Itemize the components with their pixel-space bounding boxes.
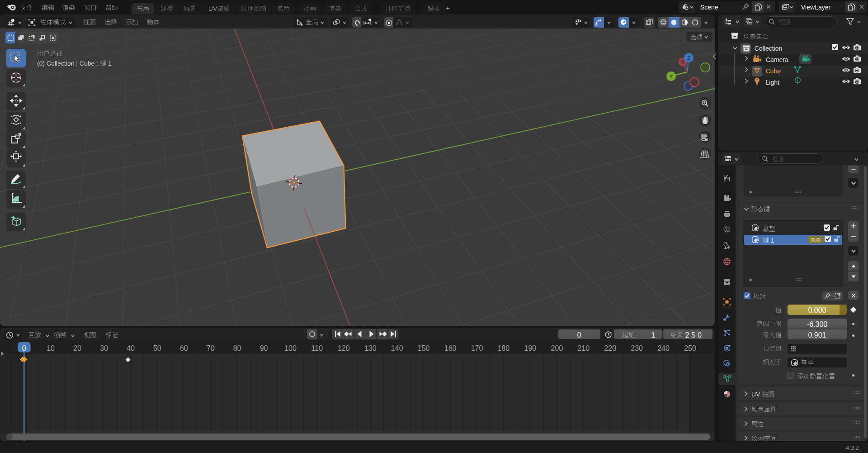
svg-text:90: 90: [260, 344, 268, 352]
svg-text:140: 140: [391, 344, 403, 352]
svg-text:120: 120: [338, 344, 350, 352]
svg-text:130: 130: [364, 344, 377, 352]
svg-text:60: 60: [180, 344, 188, 352]
svg-text:0: 0: [22, 344, 26, 352]
svg-text:240: 240: [657, 344, 670, 352]
svg-text:230: 230: [631, 344, 643, 352]
svg-text:X: X: [681, 59, 684, 65]
svg-text:40: 40: [127, 344, 135, 352]
svg-text:Z: Z: [687, 55, 690, 60]
svg-text:20: 20: [73, 344, 81, 352]
svg-text:220: 220: [604, 344, 616, 352]
svg-text:210: 210: [577, 344, 590, 352]
svg-text:50: 50: [153, 344, 161, 352]
svg-text:150: 150: [418, 344, 430, 352]
svg-text:30: 30: [100, 344, 108, 352]
svg-text:100: 100: [284, 344, 297, 352]
svg-text:250: 250: [684, 344, 696, 352]
svg-text:200: 200: [551, 344, 563, 352]
svg-text:80: 80: [233, 344, 241, 352]
svg-text:Y: Y: [669, 73, 673, 79]
svg-text:190: 190: [524, 344, 537, 352]
svg-text:180: 180: [498, 344, 510, 352]
svg-text:170: 170: [471, 344, 483, 352]
svg-text:160: 160: [444, 344, 457, 352]
svg-text:110: 110: [311, 344, 323, 352]
svg-text:10: 10: [47, 344, 55, 352]
svg-text:70: 70: [207, 344, 215, 352]
